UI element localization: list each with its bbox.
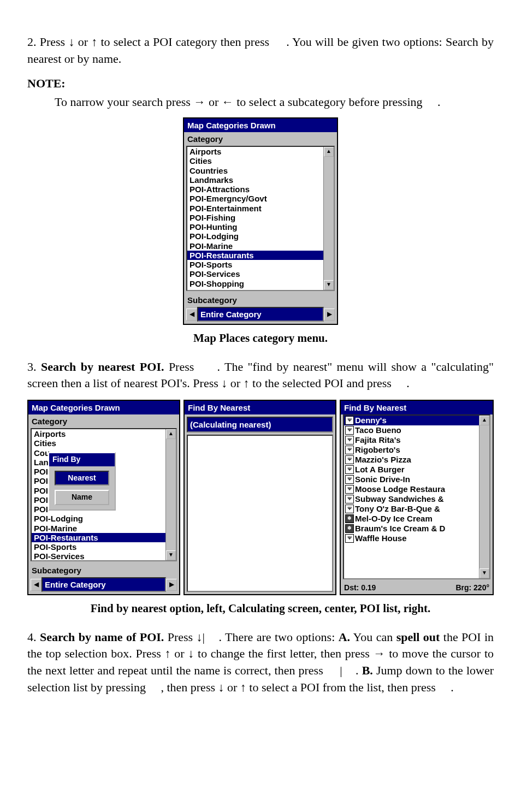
poi-name: Moose Lodge Restaura xyxy=(355,484,445,494)
scrollbar[interactable]: ▲ ▼ xyxy=(479,416,489,578)
scrollbar[interactable]: ▲ ▼ xyxy=(323,147,334,290)
poi-list-item[interactable]: ΨWaffle House xyxy=(344,534,479,543)
poi-type-icon: Ψ xyxy=(345,455,354,464)
poi-name: Waffle House xyxy=(355,534,406,543)
poi-type-icon: Ψ xyxy=(345,534,354,543)
list-item[interactable]: POI-Sports xyxy=(32,542,165,552)
poi-listbox[interactable]: ΨDenny'sΨTaco BuenoΨFajita Rita'sΨRigobe… xyxy=(343,414,490,579)
list-item[interactable]: Airports xyxy=(32,429,165,438)
subcategory-label: Subcategory xyxy=(184,293,337,307)
find-by-popup: Find By Nearest Name xyxy=(48,452,116,511)
scroll-up-icon[interactable]: ▲ xyxy=(324,147,334,157)
scroll-up-icon[interactable]: ▲ xyxy=(479,416,489,425)
subcategory-value[interactable]: Entire Category xyxy=(42,577,166,592)
map-categories-window-with-popup: Map Categories Drawn Category AirportsCi… xyxy=(27,400,180,595)
name-button[interactable]: Name xyxy=(55,490,109,505)
poi-name: Subway Sandwiches & xyxy=(355,494,444,504)
poi-list-item[interactable]: ΨTaco Bueno xyxy=(344,425,479,435)
poi-name: Mazzio's Pizza xyxy=(355,455,411,465)
find-by-nearest-calculating: Find By Nearest (Calculating nearest) xyxy=(183,400,336,595)
poi-list-item[interactable]: ΨFajita Rita's xyxy=(344,435,479,445)
list-item[interactable]: Cities xyxy=(32,438,165,448)
poi-list-item[interactable]: ΨTony O'z Bar-B-Que & xyxy=(344,504,479,514)
list-item[interactable]: POI-Restaurants xyxy=(187,251,323,260)
poi-type-icon: ❄ xyxy=(345,524,354,533)
arrow-right-icon[interactable]: ▶ xyxy=(324,309,335,321)
list-item[interactable]: POI-Hunting xyxy=(187,222,323,232)
list-item[interactable]: POI-Fishing xyxy=(187,213,323,222)
poi-name: Mel-O-Dy Ice Cream xyxy=(355,514,433,524)
list-item[interactable]: POI-Lodging xyxy=(187,232,323,241)
scroll-up-icon[interactable]: ▲ xyxy=(166,429,176,439)
poi-list-item[interactable]: ΨDenny's xyxy=(344,416,479,425)
list-item[interactable]: POI-Services xyxy=(32,552,165,560)
poi-type-icon: ❄ xyxy=(345,514,354,523)
empty-list-area xyxy=(187,435,333,592)
scroll-down-icon[interactable]: ▼ xyxy=(166,550,176,560)
poi-type-icon: Ψ xyxy=(345,436,354,444)
note-body: To narrow your search press → or ← to se… xyxy=(55,94,494,111)
poi-list-item[interactable]: ΨLot A Burger xyxy=(344,465,479,475)
poi-type-icon: Ψ xyxy=(345,505,354,513)
paragraph-step-4: 4. Search by name of POI. Press ↓| . The… xyxy=(27,629,494,696)
caption-2: Find by nearest option, left, Calculatin… xyxy=(27,601,494,617)
list-item[interactable]: Airports xyxy=(187,147,323,156)
list-item[interactable]: POI-Sports xyxy=(187,260,323,269)
list-item[interactable]: POI-Attractions xyxy=(187,185,323,194)
arrow-left-icon[interactable]: ◀ xyxy=(31,579,42,591)
list-item[interactable]: Countries xyxy=(187,166,323,175)
poi-list-item[interactable]: ΨSubway Sandwiches & xyxy=(344,494,479,504)
poi-type-icon: Ψ xyxy=(345,465,354,474)
window-title: Find By Nearest xyxy=(341,401,493,414)
poi-name: Braum's Ice Cream & D xyxy=(355,524,445,534)
poi-list-item[interactable]: ΨMoose Lodge Restaura xyxy=(344,484,479,494)
arrow-left-icon[interactable]: ◀ xyxy=(186,309,197,321)
list-item[interactable]: POI-Services xyxy=(187,269,323,278)
list-item[interactable]: POI-Shopping xyxy=(187,279,323,288)
nearest-button[interactable]: Nearest xyxy=(55,471,109,486)
scroll-down-icon[interactable]: ▼ xyxy=(324,280,334,290)
status-bar: Dst: 0.19 Brg: 220° xyxy=(341,582,493,595)
list-item[interactable]: Cities xyxy=(187,156,323,165)
list-item[interactable]: POI-Lodging xyxy=(32,514,165,523)
poi-list-item[interactable]: ΨRigoberto's xyxy=(344,445,479,455)
poi-list-item[interactable]: ΨMazzio's Pizza xyxy=(344,455,479,465)
scrollbar[interactable]: ▲ ▼ xyxy=(165,429,176,560)
poi-name: Lot A Burger xyxy=(355,465,405,475)
poi-type-icon: Ψ xyxy=(345,426,354,435)
subcategory-value[interactable]: Entire Category xyxy=(197,307,324,322)
poi-type-icon: Ψ xyxy=(345,416,354,425)
poi-type-icon: Ψ xyxy=(345,475,354,484)
poi-list-item[interactable]: ΨSonic Drive-In xyxy=(344,475,479,484)
find-by-nearest-results: Find By Nearest ΨDenny'sΨTaco BuenoΨFaji… xyxy=(340,400,494,595)
note-heading: NOTE: xyxy=(27,75,494,92)
list-item[interactable]: POI-Marine xyxy=(32,524,165,533)
arrow-right-icon[interactable]: ▶ xyxy=(166,579,177,591)
poi-name: Denny's xyxy=(355,416,387,425)
list-item[interactable]: POI-Restaurants xyxy=(32,533,165,542)
poi-name: Rigoberto's xyxy=(355,445,400,455)
category-label: Category xyxy=(184,132,337,146)
bearing-label: Brg: 220° xyxy=(455,583,489,594)
category-label: Category xyxy=(28,414,179,428)
list-item[interactable]: POI-Entertainment xyxy=(187,204,323,213)
calculating-field: (Calculating nearest) xyxy=(187,417,333,432)
poi-list-item[interactable]: ❄Braum's Ice Cream & D xyxy=(344,524,479,534)
paragraph-step-2: 2. Press ↓ or ↑ to select a POI category… xyxy=(27,34,494,68)
window-title: Map Categories Drawn xyxy=(28,401,179,414)
paragraph-step-3: 3. Search by nearest POI. Press . The "f… xyxy=(27,359,494,393)
poi-name: Fajita Rita's xyxy=(355,435,401,445)
distance-label: Dst: 0.19 xyxy=(344,583,376,594)
category-listbox[interactable]: AirportsCitiesCouLanPOI-POI-POI-POI-POI-… xyxy=(31,428,177,561)
list-item[interactable]: POI-Emergncy/Govt xyxy=(187,194,323,203)
list-item[interactable]: Landmarks xyxy=(187,175,323,185)
caption-1: Map Places category menu. xyxy=(27,330,494,346)
poi-name: Sonic Drive-In xyxy=(355,475,410,484)
scroll-down-icon[interactable]: ▼ xyxy=(479,568,489,578)
poi-type-icon: Ψ xyxy=(345,495,354,503)
poi-list-item[interactable]: ❄Mel-O-Dy Ice Cream xyxy=(344,514,479,524)
window-title: Map Categories Drawn xyxy=(184,118,337,132)
list-item[interactable]: POI-Marine xyxy=(187,241,323,251)
poi-type-icon: Ψ xyxy=(345,485,354,494)
category-listbox[interactable]: AirportsCitiesCountriesLandmarksPOI-Attr… xyxy=(186,146,335,291)
